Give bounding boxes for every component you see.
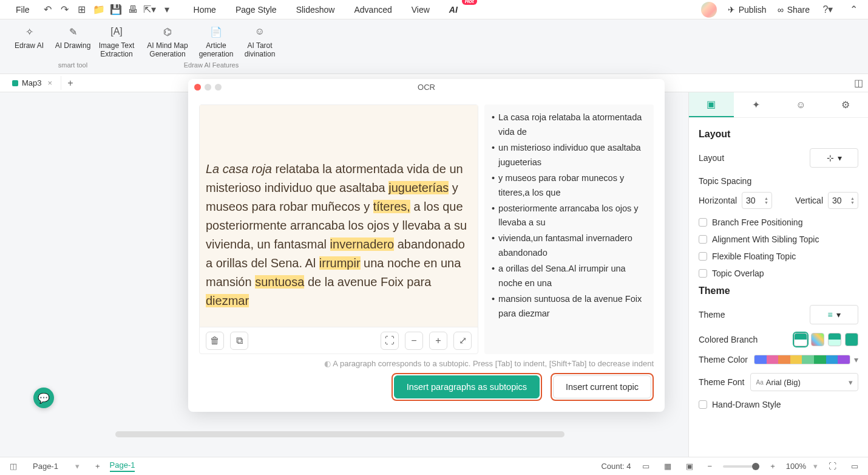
- panel-toggle-icon[interactable]: ◫: [854, 77, 863, 89]
- ribbon-tarot[interactable]: ☺AI Tarot divination: [238, 23, 282, 60]
- dialog-title-bar[interactable]: OCR: [188, 79, 665, 95]
- copy-icon[interactable]: ⧉: [230, 332, 248, 350]
- undo-icon[interactable]: ↶: [41, 2, 55, 17]
- redo-icon[interactable]: ↷: [58, 2, 72, 17]
- status-bar: ◫ Page-1 ▾ + Page-1 Count: 4 ▭ ▦ ▣ − + 1…: [0, 457, 868, 475]
- ribbon-article[interactable]: 📄Article generation: [194, 23, 238, 60]
- zoom-value[interactable]: 100%: [786, 462, 806, 471]
- zoom-in-icon[interactable]: +: [429, 332, 447, 350]
- chat-fab[interactable]: 💬: [33, 388, 54, 408]
- fullscreen-icon[interactable]: ⛶: [825, 460, 840, 472]
- tab-add-button[interactable]: +: [61, 75, 79, 91]
- outline-icon[interactable]: ◫: [6, 460, 21, 472]
- list-item[interactable]: posteriormente arrancaba los ojos y llev…: [492, 202, 646, 231]
- menu-advanced[interactable]: Advanced: [345, 2, 400, 17]
- horizontal-stepper[interactable]: 30▲▼: [742, 192, 772, 209]
- export-icon[interactable]: ⇱▾: [143, 2, 157, 17]
- list-item[interactable]: y museos para robar munecos y titeres,a …: [492, 171, 646, 200]
- avatar[interactable]: [701, 2, 717, 18]
- ribbon-edraw-ai[interactable]: ✧Edraw AI: [7, 23, 51, 60]
- open-icon[interactable]: 📁: [92, 2, 106, 17]
- checkbox-hand-drawn[interactable]: Hand-Drawn Style: [699, 400, 858, 409]
- more-icon[interactable]: ▾: [160, 2, 174, 17]
- tab-label: Map3: [22, 78, 42, 87]
- insert-current-button[interactable]: Insert current topic: [553, 375, 651, 398]
- ribbon-image-text[interactable]: [A]Image Text Extraction: [95, 23, 138, 60]
- ocr-dialog: OCR La casa roja relataba la atormentada…: [188, 79, 665, 412]
- collapse-icon[interactable]: ⌃: [846, 2, 861, 17]
- menu-home[interactable]: Home: [185, 2, 225, 17]
- tab-map3[interactable]: Map3 ×: [4, 76, 61, 90]
- ribbon-caption: smart tool: [58, 61, 87, 69]
- tarot-icon: ☺: [253, 24, 267, 39]
- colored-branch-label: Colored Branch: [699, 335, 758, 344]
- view-mode-2-icon[interactable]: ▦: [660, 460, 675, 472]
- view-mode-3-icon[interactable]: ▣: [682, 460, 697, 472]
- menu-slideshow[interactable]: Slideshow: [288, 2, 344, 17]
- zoom-out-icon[interactable]: −: [405, 332, 423, 350]
- zoom-slider[interactable]: [723, 465, 759, 468]
- ribbon: ✧Edraw AI ✎AI Drawing [A]Image Text Extr…: [0, 19, 868, 74]
- publish-icon: ✈: [728, 5, 735, 15]
- layout-label: Layout: [699, 153, 724, 163]
- tab-style-icon[interactable]: ✦: [734, 92, 779, 117]
- fit-icon[interactable]: ⛶: [381, 332, 399, 350]
- menu-ai[interactable]: AIHot: [441, 2, 466, 17]
- theme-select[interactable]: ≡▾: [810, 305, 858, 324]
- delete-icon[interactable]: 🗑: [206, 332, 224, 350]
- layout-select[interactable]: ⊹▾: [810, 148, 858, 168]
- tab-layout-icon[interactable]: ▣: [689, 92, 734, 117]
- ribbon-mind-map[interactable]: ⌬AI Mind Map Generation: [141, 23, 194, 60]
- ribbon-caption-2: Edraw AI Features: [184, 61, 239, 69]
- print-icon[interactable]: 🖶: [126, 2, 140, 17]
- list-item[interactable]: La casa roja relataba la atormentada vid…: [492, 111, 646, 140]
- fit-icon[interactable]: ▭: [847, 460, 862, 472]
- list-item[interactable]: un misterioso individuo que asaltaba jug…: [492, 141, 646, 170]
- theme-font-label: Theme Font: [699, 377, 744, 387]
- page-tab-active[interactable]: Page-1: [110, 460, 135, 472]
- checkbox-flexible[interactable]: Flexible Floating Topic: [699, 251, 858, 261]
- branch-swatch-3[interactable]: [828, 333, 841, 346]
- ocr-result-panel[interactable]: La casa roja relataba la atormentada vid…: [484, 104, 654, 354]
- list-item[interactable]: vivienda,un fantasmal invernadero abando…: [492, 231, 646, 261]
- help-icon[interactable]: ?▾: [821, 2, 835, 17]
- branch-swatch-1[interactable]: [794, 333, 807, 346]
- menu-view[interactable]: View: [403, 2, 438, 17]
- menu-page-style[interactable]: Page Style: [227, 2, 285, 17]
- ribbon-ai-drawing[interactable]: ✎AI Drawing: [51, 23, 95, 60]
- chevron-down-icon: ▾: [75, 462, 80, 471]
- share-button[interactable]: ∞Share: [778, 5, 810, 15]
- zoom-out-icon[interactable]: −: [704, 460, 716, 472]
- tab-settings-icon[interactable]: ⚙: [823, 92, 868, 117]
- fullscreen-icon[interactable]: ⤢: [453, 332, 472, 350]
- add-page-icon[interactable]: +: [92, 460, 104, 472]
- theme-color-label: Theme Color: [699, 355, 748, 364]
- right-panel: ▣ ✦ ☺ ⚙ Layout Layout ⊹▾ Topic Spacing H…: [688, 92, 868, 457]
- theme-color-select[interactable]: [754, 355, 850, 364]
- checkbox-alignment[interactable]: Alignment With Sibling Topic: [699, 234, 858, 244]
- list-item[interactable]: a orillas del Sena.Al irrumpir una noche…: [492, 262, 646, 291]
- branch-swatch-2[interactable]: [811, 333, 824, 346]
- save-icon[interactable]: 💾: [109, 2, 123, 17]
- section-theme-heading: Theme: [699, 285, 858, 296]
- view-mode-1-icon[interactable]: ▭: [639, 460, 653, 472]
- insert-subtopics-button[interactable]: Insert paragraphs as subtopics: [394, 375, 540, 398]
- list-item[interactable]: mansion suntuosa de la avenue Foix para …: [492, 292, 646, 321]
- chevron-down-icon: ▾: [838, 153, 842, 163]
- new-icon[interactable]: ⊞: [75, 2, 89, 17]
- top-menu-bar: File ↶ ↷ ⊞ 📁 💾 🖶 ⇱▾ ▾ Home Page Style Sl…: [0, 0, 868, 19]
- page-selector[interactable]: Page-1 ▾: [27, 460, 86, 473]
- vertical-stepper[interactable]: 30▲▼: [828, 192, 858, 209]
- checkbox-branch-free[interactable]: Branch Free Positioning: [699, 217, 858, 227]
- zoom-in-icon[interactable]: +: [767, 460, 779, 472]
- chevron-down-icon[interactable]: ▾: [854, 355, 858, 364]
- publish-button[interactable]: ✈Publish: [728, 5, 767, 15]
- horizontal-scrollbar[interactable]: [115, 431, 565, 437]
- branch-swatch-4[interactable]: [845, 333, 858, 346]
- highlight-box: Insert paragraphs as subtopics: [392, 373, 542, 401]
- theme-font-select[interactable]: AaArial (Big)▾: [750, 373, 858, 391]
- tab-close-icon[interactable]: ×: [48, 78, 53, 87]
- menu-file[interactable]: File: [7, 2, 38, 17]
- checkbox-overlap[interactable]: Topic Overlap: [699, 268, 858, 278]
- tab-emoji-icon[interactable]: ☺: [779, 92, 824, 117]
